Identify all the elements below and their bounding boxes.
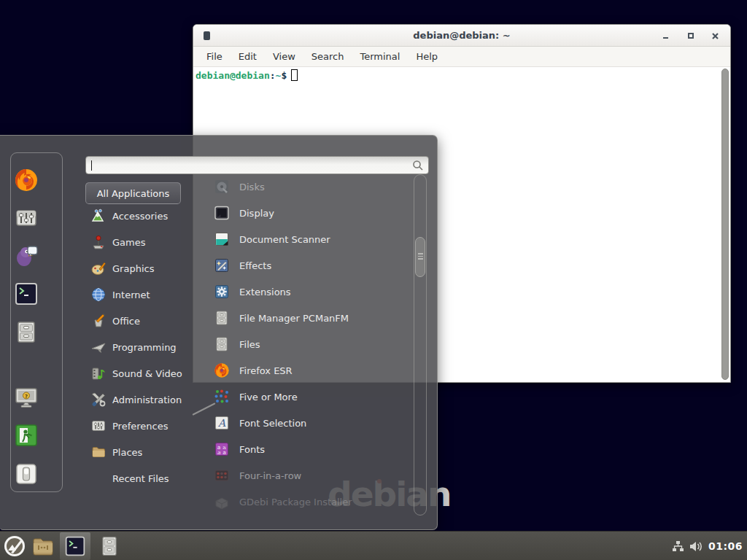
desktop: debian debian@debian: ~ File Edit View S… — [0, 0, 747, 560]
administration-icon — [91, 392, 106, 407]
office-icon — [91, 314, 106, 328]
app-disks[interactable]: Disks — [205, 174, 414, 200]
firefox-favorite-icon[interactable] — [14, 168, 39, 192]
five-or-more-icon — [214, 389, 230, 405]
app-gdebi-package-installer[interactable]: GDebi Package Installer — [205, 489, 414, 515]
category-games[interactable]: Games — [85, 229, 195, 255]
menu-file[interactable]: File — [199, 49, 230, 64]
terminal-menubar: File Edit View Search Terminal Help — [193, 47, 730, 67]
application-list: Disks Display Document Scanner — [205, 174, 414, 515]
file-manager-icon — [214, 310, 230, 326]
application-menu: ? — [0, 135, 438, 530]
font-selection-icon: A — [214, 415, 230, 431]
display-icon — [214, 205, 230, 221]
firefox-icon — [214, 362, 230, 378]
text-caret — [91, 160, 92, 171]
category-programming[interactable]: Programming — [85, 334, 195, 360]
app-extensions[interactable]: Extensions — [205, 279, 414, 305]
clock[interactable]: 01:06 — [708, 540, 743, 552]
terminal-favorite-icon[interactable] — [14, 281, 39, 306]
menu-logo-icon — [4, 535, 26, 557]
preferences-icon — [91, 419, 106, 433]
terminal-title: debian@debian: ~ — [193, 30, 730, 41]
menu-scrollbar-track[interactable] — [414, 174, 427, 516]
app-four-in-a-row[interactable]: Four-in-a-row — [205, 462, 414, 489]
svg-text:?: ? — [25, 394, 28, 400]
category-recent-files[interactable]: Recent Files — [85, 465, 195, 491]
accessories-icon — [91, 209, 106, 223]
category-internet[interactable]: Internet — [85, 281, 195, 308]
menu-edit[interactable]: Edit — [231, 49, 264, 64]
gdebi-icon — [214, 494, 230, 510]
app-display[interactable]: Display — [205, 200, 414, 226]
category-places[interactable]: Places — [85, 439, 195, 465]
file-manager-launcher[interactable] — [29, 532, 57, 560]
prompt-user-host: debian@debian — [196, 70, 270, 81]
files-icon — [214, 336, 230, 352]
app-file-manager-pcmanfm[interactable]: File Manager PCManFM — [205, 305, 414, 331]
menu-help[interactable]: Help — [409, 49, 445, 64]
shutdown-favorite-icon[interactable] — [14, 462, 39, 486]
folder-icon — [32, 536, 54, 556]
terminal-cursor — [291, 69, 298, 81]
pidgin-favorite-icon[interactable] — [14, 244, 39, 268]
maximize-button[interactable] — [686, 31, 695, 41]
file-manager-favorite-icon[interactable] — [14, 319, 39, 344]
category-all-applications[interactable]: All Applications — [85, 182, 181, 204]
places-icon — [91, 445, 106, 459]
close-icon — [711, 32, 719, 40]
taskbar: 01:06 — [0, 531, 747, 560]
extensions-icon — [214, 284, 230, 300]
document-scanner-icon — [214, 231, 230, 247]
category-accessories[interactable]: Accessories — [85, 203, 195, 229]
category-office[interactable]: Office — [85, 308, 195, 334]
minimize-button[interactable] — [661, 31, 670, 41]
terminal-scrollbar[interactable] — [721, 69, 729, 380]
shell-prompt: debian@debian:~$ — [193, 67, 730, 81]
category-administration[interactable]: Administration — [85, 386, 195, 413]
four-in-a-row-icon — [214, 467, 230, 483]
system-tray: 01:06 — [672, 532, 743, 560]
category-preferences[interactable]: Preferences — [85, 413, 195, 439]
menu-scrollbar-thumb[interactable] — [415, 237, 425, 277]
internet-icon — [91, 287, 106, 302]
category-list: Accessories Games G — [85, 203, 195, 491]
menu-view[interactable]: View — [266, 49, 303, 64]
app-font-selection[interactable]: A Font Selection — [205, 410, 414, 436]
taskbar-files-button[interactable] — [93, 532, 125, 560]
volume-icon[interactable] — [689, 540, 703, 553]
terminal-icon — [64, 535, 86, 557]
menu-search[interactable]: Search — [304, 49, 352, 64]
menu-button[interactable] — [0, 532, 29, 560]
logout-favorite-icon[interactable] — [14, 423, 39, 448]
app-five-or-more[interactable]: Five or More — [205, 384, 414, 410]
search-input[interactable] — [85, 156, 429, 174]
graphics-icon — [91, 261, 106, 276]
app-files[interactable]: Files — [205, 331, 414, 357]
programming-icon — [91, 340, 106, 354]
category-sound-video[interactable]: Sound & Video — [85, 360, 195, 386]
terminal-titlebar[interactable]: debian@debian: ~ — [193, 25, 730, 47]
lock-screen-favorite-icon[interactable]: ? — [14, 385, 39, 410]
app-fonts[interactable]: a a a a Fonts — [205, 436, 414, 462]
svg-text:a: a — [222, 449, 226, 456]
games-icon — [91, 235, 106, 249]
tweaks-favorite-icon[interactable] — [14, 206, 39, 230]
close-button[interactable] — [711, 31, 720, 41]
search-icon — [412, 160, 424, 171]
effects-icon — [214, 257, 230, 273]
sound-video-icon — [91, 366, 106, 381]
app-document-scanner[interactable]: Document Scanner — [205, 226, 414, 252]
svg-text:A: A — [217, 417, 226, 429]
disks-icon — [214, 179, 230, 195]
network-icon[interactable] — [672, 540, 684, 553]
taskbar-terminal-window-button[interactable] — [60, 532, 90, 560]
svg-text:a: a — [217, 449, 221, 456]
app-effects[interactable]: Effects — [205, 252, 414, 279]
category-graphics[interactable]: Graphics — [85, 255, 195, 281]
menu-terminal[interactable]: Terminal — [352, 49, 407, 64]
app-firefox-esr[interactable]: Firefox ESR — [205, 357, 414, 384]
file-cabinet-icon — [99, 535, 120, 557]
fonts-icon: a a a a — [214, 441, 230, 457]
